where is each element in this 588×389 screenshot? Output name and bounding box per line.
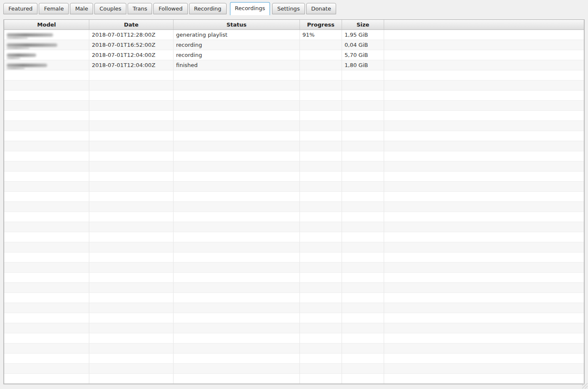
cell-date bbox=[89, 232, 174, 242]
cell-date bbox=[89, 222, 174, 232]
cell-status bbox=[174, 303, 300, 313]
cell-date bbox=[89, 313, 174, 323]
tab-female[interactable]: Female bbox=[39, 3, 69, 14]
recording-row[interactable]: 2018-07-01T12:04:00Zrecording5,70 GiB bbox=[4, 50, 584, 60]
cell-model bbox=[4, 354, 89, 363]
cell-progress bbox=[300, 101, 342, 110]
cell-size bbox=[342, 333, 384, 343]
cell-model bbox=[4, 131, 89, 141]
cell-progress bbox=[300, 222, 342, 232]
cell-status bbox=[174, 283, 300, 292]
cell-extra bbox=[384, 182, 584, 191]
empty-row bbox=[4, 121, 584, 131]
cell-size bbox=[342, 364, 384, 373]
cell-size bbox=[342, 131, 384, 141]
empty-row bbox=[4, 283, 584, 293]
empty-row bbox=[4, 212, 584, 222]
cell-date bbox=[89, 323, 174, 333]
empty-row bbox=[4, 263, 584, 273]
tab-recordings[interactable]: Recordings bbox=[230, 2, 270, 15]
column-header-date[interactable]: Date bbox=[89, 20, 174, 30]
tab-settings[interactable]: Settings bbox=[272, 3, 305, 14]
cell-size bbox=[342, 303, 384, 313]
cell-date bbox=[89, 374, 174, 384]
cell-extra bbox=[384, 303, 584, 313]
column-header-status[interactable]: Status bbox=[174, 20, 300, 30]
cell-date bbox=[89, 192, 174, 201]
cell-size bbox=[342, 283, 384, 292]
empty-row bbox=[4, 313, 584, 323]
cell-extra bbox=[384, 323, 584, 333]
cell-date bbox=[89, 263, 174, 272]
cell-progress bbox=[300, 131, 342, 141]
cell-progress bbox=[300, 333, 342, 343]
empty-row bbox=[4, 80, 584, 91]
column-header-size[interactable]: Size bbox=[342, 20, 384, 30]
cell-status bbox=[174, 192, 300, 201]
cell-progress bbox=[300, 323, 342, 333]
cell-date bbox=[89, 293, 174, 303]
redacted-model-name bbox=[7, 47, 29, 49]
cell-extra bbox=[384, 192, 584, 201]
cell-status bbox=[174, 232, 300, 242]
empty-row bbox=[4, 101, 584, 111]
cell-size bbox=[342, 161, 384, 171]
cell-size bbox=[342, 313, 384, 323]
cell-status bbox=[174, 121, 300, 131]
cell-model bbox=[4, 91, 89, 100]
column-header-model[interactable]: Model bbox=[4, 20, 89, 30]
cell-status bbox=[174, 354, 300, 363]
cell-date bbox=[89, 182, 174, 191]
cell-model bbox=[4, 343, 89, 353]
cell-progress bbox=[300, 343, 342, 353]
empty-row bbox=[4, 172, 584, 182]
cell-date bbox=[89, 252, 174, 262]
cell-size bbox=[342, 242, 384, 252]
cell-progress bbox=[300, 50, 342, 60]
tab-couples[interactable]: Couples bbox=[94, 3, 126, 14]
cell-size bbox=[342, 263, 384, 272]
window-resize-grip[interactable] bbox=[582, 383, 588, 389]
cell-date bbox=[89, 343, 174, 353]
tab-featured[interactable]: Featured bbox=[3, 3, 37, 14]
cell-date bbox=[89, 364, 174, 373]
cell-extra bbox=[384, 333, 584, 343]
cell-size bbox=[342, 252, 384, 262]
cell-status: generating playlist bbox=[174, 30, 300, 40]
cell-progress bbox=[300, 70, 342, 80]
cell-model bbox=[4, 283, 89, 292]
column-header-extra[interactable] bbox=[384, 20, 584, 30]
recording-row[interactable]: 2018-07-01T12:04:00Zfinished1,80 GiB bbox=[4, 60, 584, 70]
tab-followed[interactable]: Followed bbox=[153, 3, 187, 14]
tab-donate[interactable]: Donate bbox=[306, 3, 336, 14]
cell-extra bbox=[384, 50, 584, 60]
cell-status bbox=[174, 101, 300, 110]
column-header-progress[interactable]: Progress bbox=[300, 20, 342, 30]
redacted-model-name bbox=[7, 57, 20, 59]
recording-row[interactable]: 2018-07-01T12:28:00Zgenerating playlist9… bbox=[4, 30, 584, 40]
redacted-model-name bbox=[7, 67, 25, 69]
cell-extra bbox=[384, 313, 584, 323]
cell-status: recording bbox=[174, 40, 300, 50]
cell-date bbox=[89, 161, 174, 171]
recording-row[interactable]: 2018-07-01T16:52:00Zrecording0,04 GiB bbox=[4, 40, 584, 50]
cell-model bbox=[4, 141, 89, 151]
cell-date bbox=[89, 141, 174, 151]
tab-recording[interactable]: Recording bbox=[189, 3, 227, 14]
cell-status bbox=[174, 252, 300, 262]
cell-status bbox=[174, 131, 300, 141]
cell-extra bbox=[384, 141, 584, 151]
cell-size bbox=[342, 192, 384, 201]
cell-status bbox=[174, 313, 300, 323]
empty-row bbox=[4, 111, 584, 121]
cell-size bbox=[342, 354, 384, 363]
cell-date bbox=[89, 172, 174, 181]
tab-trans[interactable]: Trans bbox=[128, 3, 152, 14]
cell-status bbox=[174, 343, 300, 353]
cell-status bbox=[174, 80, 300, 90]
redacted-model-name bbox=[7, 43, 57, 47]
cell-extra bbox=[384, 80, 584, 90]
tab-male[interactable]: Male bbox=[70, 3, 93, 14]
cell-progress bbox=[300, 182, 342, 191]
cell-model bbox=[4, 313, 89, 323]
